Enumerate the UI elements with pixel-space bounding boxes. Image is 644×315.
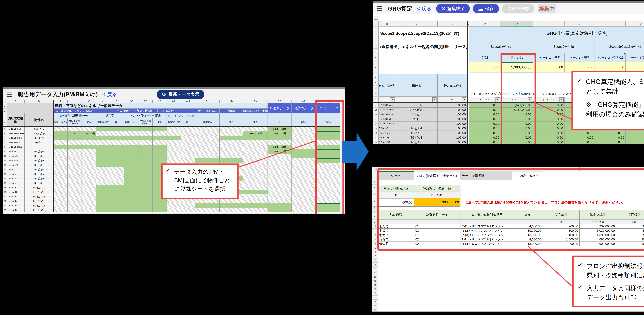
property-name-cell[interactable]: TGビル7 (24, 172, 54, 176)
col-letter[interactable]: D (396, 21, 438, 26)
freon-data-cell[interactable]: 100.00 (543, 233, 580, 237)
hatched-cell[interactable] (54, 127, 68, 131)
emission-value-cell[interactable]: 0.00 (501, 117, 533, 121)
hatched-cell[interactable] (68, 167, 82, 172)
month-data-cell[interactable] (68, 145, 82, 149)
freon-data-cell[interactable]: 50.00 (616, 229, 644, 233)
property-id-cell[interactable]: TG-TEST-4kaku (7, 136, 24, 140)
hatched-cell[interactable] (292, 203, 316, 208)
hatched-cell[interactable] (96, 181, 110, 185)
month-data-cell[interactable] (195, 158, 220, 163)
hatched-cell[interactable] (167, 131, 181, 136)
month-data-cell[interactable] (124, 199, 138, 203)
hatched-cell[interactable] (167, 158, 181, 163)
property-id-cell[interactable]: TG-test-10 (7, 185, 24, 190)
hatched-cell[interactable] (124, 131, 138, 136)
month-data-cell[interactable] (153, 145, 167, 149)
month-data-cell[interactable] (138, 185, 153, 190)
emission-value-cell[interactable]: 0.00 (469, 126, 501, 131)
row-number[interactable]: 30 (372, 308, 378, 312)
row-number[interactable]: 15 (3, 172, 7, 176)
filter-dropdown-icon[interactable]: ▼ (559, 97, 564, 102)
emission-value-cell[interactable]: 0.00 (564, 140, 595, 144)
row-number[interactable]: 16 (3, 176, 7, 181)
row-number[interactable]: 17 (3, 181, 7, 185)
emission-value-cell[interactable]: 0.00 (533, 117, 564, 121)
month-data-cell[interactable] (96, 136, 110, 140)
month-data-cell[interactable]: 2025年04月 (82, 131, 96, 136)
hatched-cell[interactable] (268, 181, 292, 185)
month-data-cell[interactable] (153, 203, 167, 208)
calc-leak-total[interactable]: 5,383,000.00 (414, 198, 460, 207)
hatched-cell[interactable] (244, 172, 268, 176)
hatched-cell[interactable] (244, 163, 268, 167)
row-number[interactable]: 18 (372, 259, 378, 263)
month-data-cell[interactable] (153, 149, 167, 154)
property-name-cell[interactable]: TGビル5 (396, 140, 438, 144)
property-name-cell[interactable]: TGビル11 (24, 190, 54, 194)
share-value-cell[interactable]: 100.00 (438, 140, 467, 144)
row-number[interactable]: 22 (372, 275, 378, 279)
month-data-cell[interactable]: 2026年03月 (268, 131, 292, 136)
month-data-cell[interactable] (124, 149, 138, 154)
freon-data-cell[interactable]: 1,020,000.00 (580, 229, 616, 233)
row-number[interactable]: 9 (373, 80, 379, 85)
property-name-cell[interactable]: TGビル1 (396, 126, 438, 131)
hatched-cell[interactable] (68, 163, 82, 167)
freon-data-cell[interactable]: 北海道 (378, 229, 414, 233)
hatched-cell[interactable] (244, 176, 268, 181)
freon-data-cell[interactable]: 北海道 (378, 224, 414, 229)
property-name-cell[interactable]: TGビル1 (24, 149, 54, 154)
row-number[interactable]: 9 (372, 220, 378, 224)
row-number[interactable]: 20 (372, 267, 378, 271)
hatched-cell[interactable] (316, 163, 340, 167)
row-number[interactable]: 29 (372, 304, 378, 308)
hatched-cell[interactable] (316, 190, 340, 194)
hatched-cell[interactable] (244, 181, 268, 185)
emission-value-cell[interactable]: 3,712,000.00 (501, 108, 533, 112)
hatched-cell[interactable] (181, 154, 195, 158)
row-number[interactable]: 4 (373, 49, 379, 53)
month-data-cell[interactable]: 2026年03月 (268, 145, 292, 149)
hatched-cell[interactable] (181, 158, 195, 163)
row-number[interactable]: 7 (3, 136, 7, 140)
sheet-name-cell[interactable]: フロン(特定漏えい者データ) (414, 171, 460, 180)
month-data-cell[interactable] (316, 136, 340, 140)
col-letter[interactable]: S (564, 21, 595, 26)
month-data-cell[interactable] (316, 145, 340, 149)
hatched-cell[interactable] (268, 176, 292, 181)
col-letter[interactable]: A (7, 100, 24, 103)
hatched-cell[interactable] (110, 140, 124, 145)
property-name-cell[interactable]: TGビル3 (24, 158, 54, 163)
hatched-cell[interactable] (68, 194, 82, 199)
emission-value-cell[interactable]: 0.00 (501, 135, 533, 140)
property-name-cell[interactable]: TGビル3 (396, 135, 438, 140)
month-data-cell[interactable] (153, 199, 167, 203)
col-letter[interactable]: I (616, 167, 644, 171)
freon-data-cell[interactable]: 800.00 (616, 242, 644, 246)
hatched-cell[interactable] (54, 199, 68, 203)
property-id-cell[interactable]: TG-test-5#1 (7, 163, 24, 167)
month-data-cell[interactable] (138, 190, 153, 194)
hatched-cell[interactable] (54, 154, 68, 158)
month-data-cell[interactable] (153, 208, 167, 212)
row-number[interactable]: 7 (372, 210, 378, 215)
property-name-cell[interactable]: TGビル10 (24, 185, 54, 190)
property-id-cell[interactable]: TG-test-6 (7, 167, 24, 172)
row-number[interactable]: 9 (3, 145, 7, 149)
hatched-cell[interactable] (167, 145, 181, 149)
col-letter[interactable]: F (512, 167, 543, 171)
hatched-cell[interactable] (292, 158, 316, 163)
filter-dropdown-icon[interactable]: ▼ (528, 97, 532, 102)
hatched-cell[interactable] (54, 208, 68, 212)
outline-level-button[interactable]: 1 (374, 16, 378, 19)
month-data-cell[interactable] (110, 194, 124, 199)
hatched-cell[interactable] (244, 149, 268, 154)
property-name-cell[interactable] (24, 145, 54, 149)
col-letter[interactable]: E (438, 21, 467, 26)
col-letter[interactable]: AD (138, 100, 153, 103)
row-number[interactable]: 5 (373, 53, 379, 62)
month-data-cell[interactable] (124, 185, 138, 190)
hatched-cell[interactable] (82, 149, 96, 154)
month-data-cell[interactable] (96, 194, 110, 199)
